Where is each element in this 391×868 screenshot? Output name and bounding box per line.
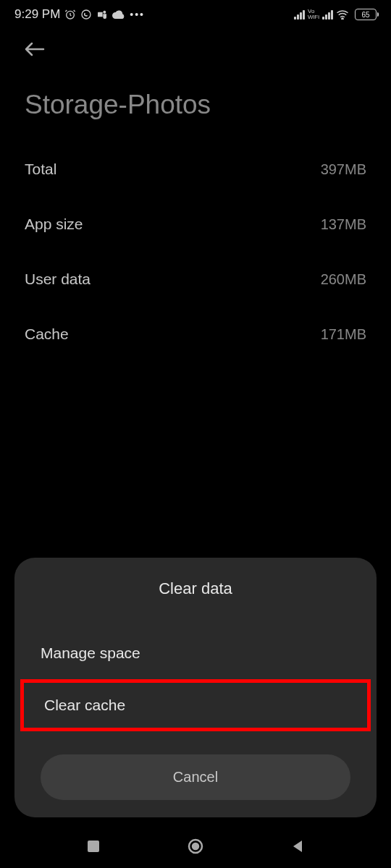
storage-row-userdata: User data 260MB	[25, 252, 366, 307]
whatsapp-icon	[80, 9, 92, 20]
svg-point-3	[104, 11, 106, 14]
storage-label: Total	[25, 161, 56, 178]
battery-level: 65	[361, 11, 369, 19]
storage-row-total: Total 397MB	[25, 142, 366, 197]
nav-home[interactable]	[187, 838, 204, 855]
status-time: 9:29 PM	[14, 7, 60, 22]
nav-recents[interactable]	[86, 839, 101, 854]
svg-point-1	[82, 10, 91, 19]
back-button[interactable]	[0, 29, 391, 68]
status-left: 9:29 PM •••	[14, 7, 145, 22]
svg-rect-2	[98, 12, 103, 17]
status-bar: 9:29 PM ••• VoWiFi 65	[0, 0, 391, 29]
nav-back[interactable]	[290, 839, 305, 854]
svg-rect-5	[88, 841, 99, 852]
storage-value: 137MB	[321, 216, 366, 233]
storage-row-cache: Cache 171MB	[25, 307, 366, 362]
page-title: Storage-Photos	[0, 68, 391, 142]
status-right: VoWiFi 65	[294, 9, 377, 20]
storage-value: 171MB	[321, 326, 366, 343]
clear-cache-option[interactable]: Clear cache	[20, 679, 371, 731]
svg-point-7	[193, 843, 198, 849]
nav-bar	[0, 825, 391, 868]
storage-label: Cache	[25, 326, 69, 343]
manage-space-option[interactable]: Manage space	[14, 627, 377, 679]
teams-icon	[96, 9, 108, 20]
battery-icon: 65	[355, 9, 377, 20]
storage-label: App size	[25, 216, 83, 233]
svg-point-4	[342, 18, 343, 20]
vowifi-icon: VoWiFi	[308, 9, 319, 20]
storage-value: 397MB	[321, 161, 366, 178]
cancel-button[interactable]: Cancel	[41, 754, 350, 800]
storage-list: Total 397MB App size 137MB User data 260…	[0, 142, 391, 362]
signal-icon-2	[322, 9, 333, 20]
storage-value: 260MB	[321, 271, 366, 288]
storage-label: User data	[25, 271, 91, 288]
dialog-title: Clear data	[14, 579, 377, 598]
more-icon: •••	[130, 9, 145, 20]
wifi-icon	[336, 9, 349, 20]
alarm-icon	[64, 9, 76, 20]
clear-data-dialog: Clear data Manage space Clear cache Canc…	[14, 558, 377, 817]
cloud-icon	[112, 9, 125, 20]
storage-row-appsize: App size 137MB	[25, 197, 366, 252]
signal-icon-1	[294, 9, 305, 20]
